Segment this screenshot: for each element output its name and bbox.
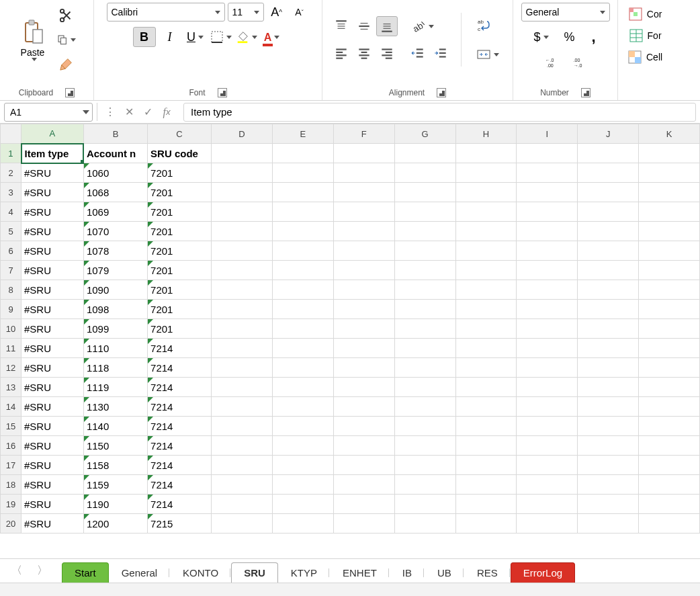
cell-I10[interactable]: [517, 319, 578, 339]
cell-C7[interactable]: 7201: [148, 261, 212, 280]
conditional-formatting-button[interactable]: Cor: [625, 5, 665, 23]
row-header-12[interactable]: 12: [1, 358, 21, 378]
row-header-2[interactable]: 2: [1, 163, 21, 183]
cell-H8[interactable]: [455, 280, 517, 300]
cell-A18[interactable]: #SRU: [21, 475, 84, 495]
cell-H9[interactable]: [455, 300, 517, 319]
cell-G2[interactable]: [394, 163, 455, 183]
sheet-tab-RES[interactable]: RES: [464, 562, 511, 583]
column-header-H[interactable]: H: [455, 124, 517, 144]
column-header-I[interactable]: I: [517, 124, 578, 144]
cell-H10[interactable]: [455, 319, 517, 339]
row-header-5[interactable]: 5: [1, 222, 21, 241]
row-header-8[interactable]: 8: [1, 280, 21, 300]
cell-C18[interactable]: 7214: [148, 475, 212, 495]
cell-I18[interactable]: [517, 475, 578, 495]
cell-G10[interactable]: [394, 319, 455, 339]
cell-K3[interactable]: [639, 183, 700, 202]
cell-I13[interactable]: [517, 378, 578, 397]
cell-A8[interactable]: #SRU: [21, 280, 84, 300]
cell-D12[interactable]: [212, 358, 273, 378]
cell-G14[interactable]: [394, 397, 455, 417]
cell-H18[interactable]: [455, 475, 517, 495]
cell-F18[interactable]: [333, 475, 394, 495]
cell-D8[interactable]: [212, 280, 273, 300]
column-header-G[interactable]: G: [394, 124, 455, 144]
cell-D13[interactable]: [212, 378, 273, 397]
cell-I9[interactable]: [517, 300, 578, 319]
merge-center-button[interactable]: [471, 43, 505, 66]
cell-E12[interactable]: [272, 358, 333, 378]
column-header-A[interactable]: A: [21, 124, 84, 144]
cell-E1[interactable]: [272, 144, 333, 163]
cell-K7[interactable]: [639, 261, 700, 280]
cell-E15[interactable]: [272, 417, 333, 436]
cell-D9[interactable]: [212, 300, 273, 319]
cell-F16[interactable]: [333, 436, 394, 456]
cell-B18[interactable]: 1159: [83, 475, 147, 495]
cell-G8[interactable]: [394, 280, 455, 300]
cell-F11[interactable]: [333, 339, 394, 358]
cell-A12[interactable]: #SRU: [21, 358, 84, 378]
cell-C14[interactable]: 7214: [148, 397, 212, 417]
paste-button[interactable]: Paste: [16, 15, 50, 65]
cell-D3[interactable]: [212, 183, 273, 202]
cell-C12[interactable]: 7214: [148, 358, 212, 378]
align-right-button[interactable]: [376, 43, 398, 63]
cell-F3[interactable]: [333, 183, 394, 202]
cell-E20[interactable]: [272, 514, 333, 534]
cell-D10[interactable]: [212, 319, 273, 339]
cell-J8[interactable]: [578, 280, 639, 300]
sheet-tab-ErrorLog[interactable]: ErrorLog: [511, 562, 575, 583]
align-left-button[interactable]: [331, 43, 352, 63]
cell-G7[interactable]: [394, 261, 455, 280]
cell-D18[interactable]: [212, 475, 273, 495]
cell-F17[interactable]: [333, 456, 394, 475]
column-header-B[interactable]: B: [83, 124, 147, 144]
cell-E8[interactable]: [272, 280, 333, 300]
cell-B10[interactable]: 1099: [83, 319, 147, 339]
number-launcher[interactable]: [581, 88, 590, 97]
cell-C10[interactable]: 7201: [148, 319, 212, 339]
cell-H17[interactable]: [455, 456, 517, 475]
cell-H3[interactable]: [455, 183, 517, 202]
cell-B11[interactable]: 1110: [83, 339, 147, 358]
cell-D4[interactable]: [212, 202, 273, 222]
select-all-corner[interactable]: [1, 124, 21, 144]
cell-C4[interactable]: 7201: [148, 202, 212, 222]
row-header-14[interactable]: 14: [1, 397, 21, 417]
comma-style-button[interactable]: ,: [583, 27, 605, 47]
number-format-select[interactable]: [521, 3, 610, 22]
cell-D7[interactable]: [212, 261, 273, 280]
sheet-tab-KONTO[interactable]: KONTO: [170, 562, 231, 583]
cell-A9[interactable]: #SRU: [21, 300, 84, 319]
cell-D1[interactable]: [212, 144, 273, 163]
cell-A11[interactable]: #SRU: [21, 339, 84, 358]
font-size-select[interactable]: [228, 3, 264, 22]
cell-I3[interactable]: [517, 183, 578, 202]
cell-G5[interactable]: [394, 222, 455, 241]
format-painter-button[interactable]: [56, 54, 77, 73]
cell-D17[interactable]: [212, 456, 273, 475]
cell-E17[interactable]: [272, 456, 333, 475]
row-header-15[interactable]: 15: [1, 417, 21, 436]
cell-J1[interactable]: [578, 144, 639, 163]
cell-H2[interactable]: [455, 163, 517, 183]
cell-A1[interactable]: Item type: [21, 144, 84, 163]
cell-F2[interactable]: [333, 163, 394, 183]
cell-B14[interactable]: 1130: [83, 397, 147, 417]
cell-J4[interactable]: [578, 202, 639, 222]
column-header-D[interactable]: D: [212, 124, 273, 144]
cell-E11[interactable]: [272, 339, 333, 358]
cell-F4[interactable]: [333, 202, 394, 222]
cell-B4[interactable]: 1069: [83, 202, 147, 222]
cell-J2[interactable]: [578, 163, 639, 183]
cell-G9[interactable]: [394, 300, 455, 319]
cell-E13[interactable]: [272, 378, 333, 397]
cell-A16[interactable]: #SRU: [21, 436, 84, 456]
cell-B17[interactable]: 1158: [83, 456, 147, 475]
insert-function-button[interactable]: fx: [158, 103, 175, 121]
row-header-16[interactable]: 16: [1, 436, 21, 456]
cell-G13[interactable]: [394, 378, 455, 397]
cell-I11[interactable]: [517, 339, 578, 358]
